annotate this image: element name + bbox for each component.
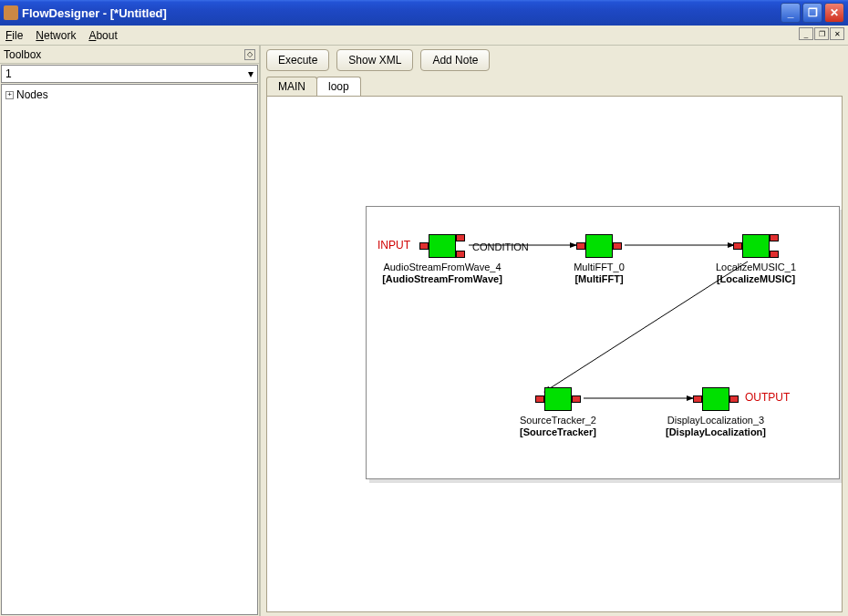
node-localizemusic[interactable]: LocalizeMUSIC_1[LocalizeMUSIC] [742, 234, 770, 258]
port-out[interactable] [729, 395, 739, 403]
node-multifft[interactable]: MultiFFT_0[MultiFFT] [585, 234, 613, 258]
node-name: SourceTracker_2 [520, 415, 596, 426]
menu-network[interactable]: Network [36, 29, 76, 42]
port-out[interactable] [770, 234, 779, 241]
tab-loop[interactable]: loop [316, 77, 361, 96]
mdi-close-button[interactable]: ✕ [830, 27, 844, 40]
port-in[interactable] [535, 395, 544, 403]
port-out[interactable] [613, 242, 622, 250]
mdi-restore-button[interactable]: ❐ [814, 27, 829, 40]
canvas[interactable]: INPUT CONDITION OUTPUT AudioStreamFromWa… [266, 96, 843, 612]
minimize-button[interactable]: _ [781, 3, 801, 23]
node-name: LocalizeMUSIC_1 [716, 262, 796, 272]
node-audiostream[interactable]: AudioStreamFromWave_4[AudioStreamFromWav… [429, 234, 456, 258]
sidebar: Toolbox ◇ 1 ▾ + Nodes [0, 46, 261, 616]
show-xml-button[interactable]: Show XML [336, 49, 413, 71]
combo-value: 1 [5, 67, 12, 80]
execute-button[interactable]: Execute [266, 49, 329, 71]
node-displaylocalization[interactable]: DisplayLocalization_3[DisplayLocalizatio… [702, 387, 729, 411]
port-in[interactable] [693, 395, 702, 403]
close-button[interactable]: ✕ [824, 3, 844, 23]
node-name: DisplayLocalization_3 [667, 415, 764, 426]
input-label: INPUT [377, 239, 410, 252]
output-label: OUTPUT [745, 391, 790, 404]
node-type: [MultiFFT] [574, 273, 623, 284]
tab-main[interactable]: MAIN [266, 77, 317, 96]
graph-panel: INPUT CONDITION OUTPUT AudioStreamFromWa… [366, 206, 840, 479]
menu-about[interactable]: About [88, 29, 117, 42]
tab-bar: MAIN loop [266, 77, 843, 96]
toolbox-combo[interactable]: 1 ▾ [1, 65, 258, 83]
node-tree: + Nodes [1, 84, 258, 615]
chevron-down-icon: ▾ [248, 67, 253, 80]
undock-icon[interactable]: ◇ [244, 49, 255, 60]
port-out[interactable] [770, 251, 779, 258]
app-icon [4, 5, 18, 20]
node-type: [DisplayLocalization] [666, 426, 766, 437]
tree-label: Nodes [16, 88, 48, 101]
expand-icon[interactable]: + [5, 91, 14, 99]
node-type: [LocalizeMUSIC] [717, 273, 795, 284]
menu-bar: File Network About _ ❐ ✕ [0, 26, 848, 46]
tree-root-nodes[interactable]: + Nodes [5, 88, 253, 101]
node-type: [AudioStreamFromWave] [382, 273, 502, 284]
port-out[interactable] [572, 395, 581, 403]
mdi-minimize-button[interactable]: _ [799, 27, 813, 40]
node-sourcetracker[interactable]: SourceTracker_2[SourceTracker] [544, 387, 572, 411]
node-name: AudioStreamFromWave_4 [383, 262, 501, 272]
port-in[interactable] [419, 242, 429, 250]
port-out[interactable] [456, 234, 465, 241]
maximize-button[interactable]: ❐ [802, 3, 822, 23]
toolbox-title: Toolbox [4, 48, 41, 61]
window-title: FlowDesigner - [*Untitled] [22, 6, 781, 20]
toolbar: Execute Show XML Add Note [266, 49, 843, 71]
node-type: [SourceTracker] [520, 426, 596, 437]
condition-label: CONDITION [472, 241, 529, 252]
node-name: MultiFFT_0 [574, 262, 625, 272]
port-out[interactable] [456, 251, 465, 258]
window-titlebar: FlowDesigner - [*Untitled] _ ❐ ✕ [0, 0, 848, 26]
port-in[interactable] [576, 242, 585, 250]
menu-file[interactable]: File [5, 29, 23, 42]
add-note-button[interactable]: Add Note [420, 49, 490, 71]
port-in[interactable] [733, 242, 742, 250]
